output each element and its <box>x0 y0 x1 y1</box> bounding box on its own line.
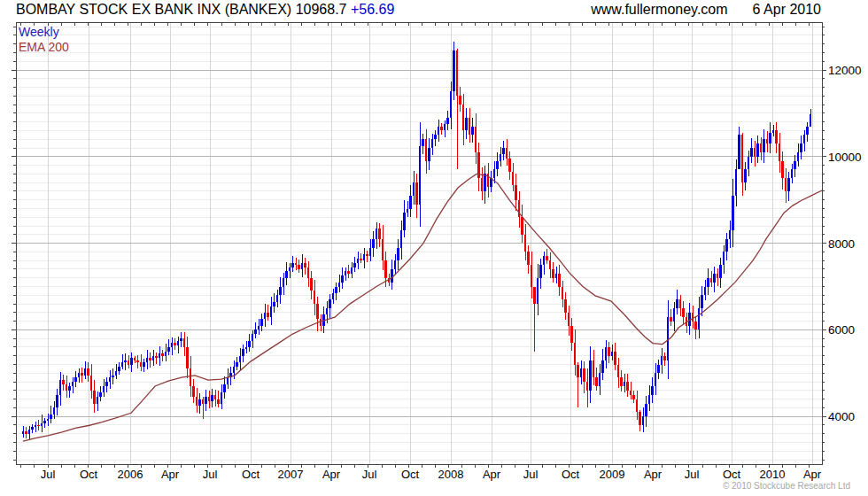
x-axis-label: Oct <box>242 468 260 481</box>
x-axis-label: Apr <box>483 468 501 481</box>
y-axis-label: 6000 <box>828 323 855 337</box>
x-axis-label: Apr <box>322 468 341 481</box>
x-axis-label: 2010 <box>760 468 786 481</box>
x-axis-label: 2008 <box>438 468 464 481</box>
y-axis-label: 4000 <box>828 410 855 423</box>
x-axis-label: Jul <box>685 468 700 481</box>
x-axis-label: 2006 <box>118 468 143 481</box>
x-axis-label: 2007 <box>278 468 304 481</box>
x-axis-label: Jul <box>523 468 539 481</box>
chart-page: BOMBAY STOCK EX BANK INX (BANKEX) 10968.… <box>0 0 868 496</box>
chart-legend: Weekly EMA 200 <box>19 25 69 55</box>
x-axis-label: Jul <box>41 468 56 481</box>
x-axis-label: Apr <box>644 468 663 481</box>
y-axis-label: 10000 <box>828 151 862 164</box>
legend-timeframe: Weekly <box>19 25 69 40</box>
x-axis-label: 2009 <box>600 468 625 481</box>
x-axis-label: Apr <box>803 468 822 481</box>
y-axis-label: 12000 <box>828 64 862 77</box>
x-axis-label: Oct <box>401 468 420 481</box>
x-axis-label: Jul <box>362 468 377 481</box>
legend-ema: EMA 200 <box>19 40 69 55</box>
x-axis-label: Jul <box>203 468 218 481</box>
x-axis-label: Oct <box>562 468 580 481</box>
y-axis-label: 8000 <box>828 237 855 251</box>
price-chart: 4000600080001000012000JulOct2006AprJulOc… <box>0 0 868 496</box>
x-axis-label: Oct <box>80 468 98 481</box>
x-axis-label: Oct <box>723 468 741 481</box>
x-axis-label: Apr <box>161 468 180 481</box>
copyright-notice: © 2010 Stockcube Research Ltd <box>723 481 850 491</box>
